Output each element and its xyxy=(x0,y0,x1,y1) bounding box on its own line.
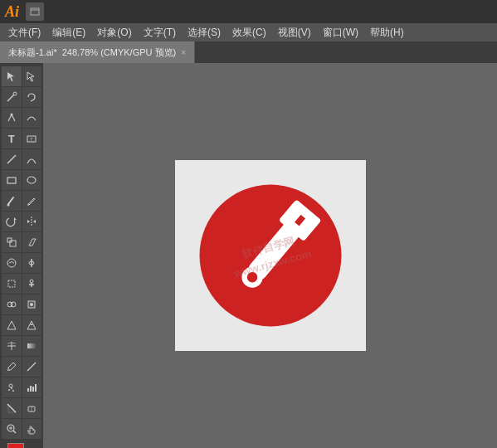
svg-marker-14 xyxy=(14,217,17,220)
svg-marker-32 xyxy=(7,321,16,329)
rotate-tool[interactable] xyxy=(2,212,22,231)
tool-row-shape xyxy=(2,170,41,190)
tool-row-transform xyxy=(2,212,41,231)
free-transform-tool[interactable] xyxy=(2,274,22,294)
canvas-area: 软件自学网 www.rjzxw.com xyxy=(43,63,497,448)
symbol-spray-tool[interactable] xyxy=(2,377,22,397)
svg-point-41 xyxy=(8,389,10,391)
tab-close-button[interactable]: × xyxy=(181,48,186,57)
tool-row-wand xyxy=(2,87,41,107)
tool-row-slice xyxy=(2,398,41,418)
menu-type[interactable]: 文字(T) xyxy=(139,24,181,41)
reflect-tool[interactable] xyxy=(22,212,42,231)
puppet-warp-tool[interactable] xyxy=(22,274,42,294)
svg-line-49 xyxy=(7,404,16,412)
svg-rect-48 xyxy=(35,384,37,392)
tool-row-shapebuilder xyxy=(2,295,41,314)
svg-point-5 xyxy=(13,92,17,95)
pencil-tool[interactable] xyxy=(22,191,42,211)
pen-tool[interactable] xyxy=(2,108,22,128)
arc-tool[interactable] xyxy=(22,149,42,169)
eyedropper-tool[interactable] xyxy=(2,357,22,377)
menu-effect[interactable]: 效果(C) xyxy=(227,24,271,41)
menu-object[interactable]: 对象(O) xyxy=(92,24,136,41)
menu-view[interactable]: 视图(V) xyxy=(273,24,316,41)
svg-rect-45 xyxy=(27,388,29,392)
menu-window[interactable]: 窗口(W) xyxy=(318,24,363,41)
live-paint-tool[interactable] xyxy=(22,295,42,314)
menu-select[interactable]: 选择(S) xyxy=(183,24,226,41)
document-tab[interactable]: 未标题-1.ai* 248.78% (CMYK/GPU 预览) × xyxy=(0,41,195,63)
menu-edit[interactable]: 编辑(E) xyxy=(47,24,90,41)
menu-bar: 文件(F) 编辑(E) 对象(O) 文字(T) 选择(S) 效果(C) 视图(V… xyxy=(0,23,497,41)
perspective-grid-tool[interactable] xyxy=(2,315,22,335)
scale-tool[interactable] xyxy=(2,232,22,252)
tool-row-zoom xyxy=(2,419,41,439)
shape-builder-tool[interactable] xyxy=(2,295,22,314)
svg-line-55 xyxy=(13,431,16,433)
svg-rect-37 xyxy=(27,343,36,348)
svg-marker-3 xyxy=(27,72,34,81)
svg-line-38 xyxy=(7,370,8,371)
shear-tool[interactable] xyxy=(22,232,42,252)
measure-tool[interactable] xyxy=(22,357,42,377)
curvature-tool[interactable] xyxy=(22,108,42,128)
tool-row-line xyxy=(2,149,41,169)
column-graph-tool[interactable] xyxy=(22,377,42,397)
magic-wand-tool[interactable] xyxy=(2,87,22,107)
tool-row-scale xyxy=(2,232,41,252)
svg-point-43 xyxy=(12,390,14,392)
eraser-tool[interactable] xyxy=(22,398,42,418)
zoom-tool[interactable] xyxy=(2,419,22,439)
svg-marker-2 xyxy=(7,72,14,81)
tool-row-symbol xyxy=(2,377,41,397)
svg-point-31 xyxy=(30,303,33,306)
tool-row-select xyxy=(2,66,41,86)
menu-help[interactable]: 帮助(H) xyxy=(365,24,409,41)
svg-line-4 xyxy=(7,95,14,101)
mesh-tool[interactable] xyxy=(2,336,22,356)
rectangle-tool[interactable] xyxy=(2,170,22,190)
hand-tool[interactable] xyxy=(22,419,42,439)
lasso-tool[interactable] xyxy=(22,87,42,107)
svg-rect-47 xyxy=(32,387,34,392)
direct-select-tool[interactable] xyxy=(22,66,42,86)
paintbrush-tool[interactable] xyxy=(2,191,22,211)
title-bar-icon xyxy=(26,2,44,21)
width-tool[interactable] xyxy=(22,253,42,273)
type-tool[interactable]: T xyxy=(2,129,22,149)
tool-row-eyedropper xyxy=(2,357,41,377)
area-type-tool[interactable]: T xyxy=(22,129,42,149)
svg-point-6 xyxy=(10,114,12,116)
svg-point-21 xyxy=(7,259,16,267)
svg-line-9 xyxy=(7,155,16,163)
svg-marker-16 xyxy=(27,220,30,223)
tool-row-brush xyxy=(2,191,41,211)
svg-point-12 xyxy=(7,204,9,207)
svg-line-40 xyxy=(27,369,29,371)
ellipse-tool[interactable] xyxy=(22,170,42,190)
menu-file[interactable]: 文件(F) xyxy=(3,24,46,41)
warp-tool[interactable] xyxy=(2,253,22,273)
color-area xyxy=(0,440,43,448)
tool-row-perspective xyxy=(2,315,41,335)
tab-info: 248.78% (CMYK/GPU 预览) xyxy=(62,46,177,59)
svg-marker-17 xyxy=(33,220,36,223)
svg-rect-10 xyxy=(7,178,16,183)
perspective-select-tool[interactable] xyxy=(22,315,42,335)
toolbar: T T xyxy=(0,63,43,448)
tool-row-pen xyxy=(2,108,41,128)
foreground-color-swatch[interactable] xyxy=(7,443,24,448)
svg-point-11 xyxy=(27,177,36,183)
svg-point-29 xyxy=(11,302,16,307)
color-swatches[interactable] xyxy=(7,443,36,448)
line-tool[interactable] xyxy=(2,149,22,169)
main-area: T T xyxy=(0,63,497,448)
app-logo: Ai xyxy=(5,3,19,21)
gradient-tool[interactable] xyxy=(22,336,42,356)
svg-rect-24 xyxy=(8,280,15,287)
select-tool[interactable] xyxy=(2,66,22,86)
svg-point-25 xyxy=(30,280,33,283)
svg-text:T: T xyxy=(30,137,33,142)
slice-tool[interactable] xyxy=(2,398,22,418)
